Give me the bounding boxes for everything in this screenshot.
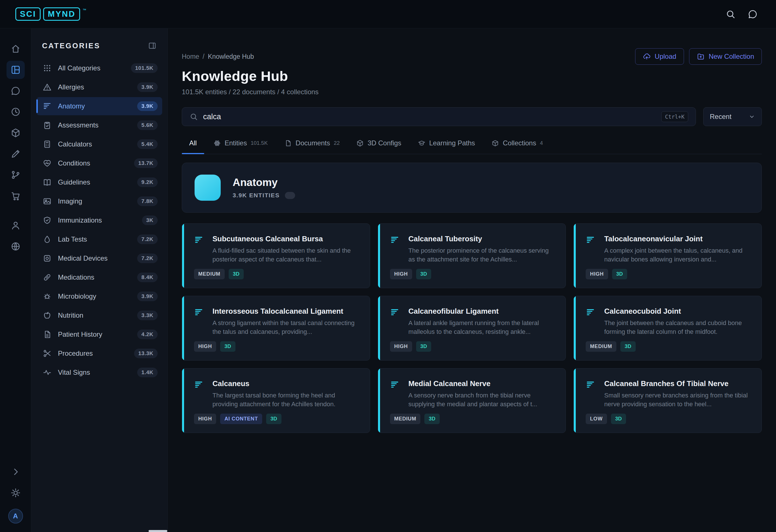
pathways-nav-button[interactable] bbox=[7, 166, 25, 184]
sidebar-item-label: Medical Devices bbox=[58, 254, 108, 262]
entity-card[interactable]: Medial Calcaneal Nerve A sensory nerve b… bbox=[378, 368, 566, 433]
sidebar-item-imaging[interactable]: Imaging 7.8K bbox=[36, 192, 162, 210]
entity-card[interactable]: Interosseous Talocalcaneal Ligament A st… bbox=[182, 296, 370, 360]
sidebar-item-all-categories[interactable]: All Categories 101.5K bbox=[36, 59, 162, 77]
history-nav-button[interactable] bbox=[7, 103, 25, 121]
sidebar-item-lab-tests[interactable]: Lab Tests 7.2K bbox=[36, 230, 162, 248]
tab-count: 4 bbox=[540, 140, 543, 146]
imaging-icon bbox=[43, 197, 52, 206]
tab-entities[interactable]: Entities 101.5K bbox=[206, 139, 275, 154]
sidebar-item-conditions[interactable]: Conditions 13.7K bbox=[36, 154, 162, 172]
sidebar-item-microbiology[interactable]: Microbiology 3.9K bbox=[36, 287, 162, 305]
expand-rail-button[interactable] bbox=[7, 463, 25, 481]
sidebar-item-count: 9.2K bbox=[137, 178, 158, 187]
entity-card[interactable]: Calcaneus The largest tarsal bone formin… bbox=[182, 368, 370, 433]
tab-learning-paths[interactable]: Learning Paths bbox=[410, 139, 482, 154]
card-badges: HIGH 3D bbox=[390, 269, 557, 279]
priority-badge: HIGH bbox=[390, 269, 412, 279]
sidebar-item-anatomy[interactable]: Anatomy 3.9K bbox=[36, 97, 162, 115]
entity-card[interactable]: Talocalcaneonavicular Joint A complex jo… bbox=[573, 223, 762, 288]
entity-card[interactable]: Calcaneocuboid Joint The joint between t… bbox=[573, 296, 762, 360]
profile-nav-button[interactable] bbox=[7, 216, 25, 235]
user-avatar[interactable]: A bbox=[8, 509, 23, 523]
lab-tests-icon bbox=[43, 235, 52, 244]
models-nav-button[interactable] bbox=[7, 124, 25, 142]
pencil-icon bbox=[10, 149, 21, 159]
entity-card[interactable]: Calcaneal Tuberosity The posterior promi… bbox=[378, 223, 566, 288]
entity-title: Subcutaneous Calcaneal Bursa bbox=[212, 235, 361, 243]
entity-card[interactable]: Calcaneofibular Ligament A lateral ankle… bbox=[378, 296, 566, 360]
sidebar-item-count: 5.4K bbox=[137, 140, 158, 149]
tab-documents[interactable]: Documents 22 bbox=[277, 139, 347, 154]
entity-description: A sensory nerve branch from the tibial n… bbox=[408, 391, 557, 409]
anatomy-entity-icon bbox=[194, 235, 203, 245]
tab-collections[interactable]: Collections 4 bbox=[484, 139, 550, 154]
sidebar-item-immunizations[interactable]: Immunizations 3K bbox=[36, 211, 162, 229]
card-badges: HIGH 3D bbox=[586, 269, 752, 279]
banner-toggle-pill[interactable] bbox=[285, 192, 295, 199]
sidebar-item-calculators[interactable]: Calculators 5.4K bbox=[36, 135, 162, 153]
sidebar-item-assessments[interactable]: Assessments 5.6K bbox=[36, 116, 162, 134]
tab-all[interactable]: All bbox=[182, 139, 204, 154]
breadcrumb-home[interactable]: Home bbox=[182, 53, 199, 60]
search-input[interactable] bbox=[203, 112, 656, 121]
sidebar-item-count: 7.2K bbox=[137, 254, 158, 263]
sidebar-item-label: Assessments bbox=[58, 121, 99, 129]
home-nav-button[interactable] bbox=[7, 40, 25, 58]
sidebar-item-procedures[interactable]: Procedures 13.3K bbox=[36, 344, 162, 362]
tab-label: 3D Configs bbox=[368, 139, 401, 147]
sidebar-item-count: 13.3K bbox=[134, 349, 158, 358]
sort-dropdown[interactable]: Recent bbox=[703, 107, 762, 126]
sidebar-item-guidelines[interactable]: Guidelines 9.2K bbox=[36, 173, 162, 191]
sidebar-item-label: Guidelines bbox=[58, 178, 90, 186]
nutrition-icon bbox=[43, 311, 52, 320]
sidebar-item-count: 8.4K bbox=[137, 273, 158, 282]
explore-nav-button[interactable] bbox=[7, 237, 25, 256]
anatomy-entity-icon bbox=[586, 380, 595, 389]
global-search-button[interactable] bbox=[723, 6, 739, 22]
all-categories-icon bbox=[43, 64, 52, 73]
sidebar-item-allergies[interactable]: Allergies 3.9K bbox=[36, 78, 162, 96]
globe-icon bbox=[10, 241, 21, 252]
chat-bubble-icon bbox=[748, 9, 758, 19]
new-collection-button[interactable]: New Collection bbox=[689, 48, 762, 65]
collapse-panel-button[interactable] bbox=[146, 40, 158, 52]
assessments-icon bbox=[43, 120, 52, 130]
sidebar-item-label: Medications bbox=[58, 273, 94, 281]
store-nav-button[interactable] bbox=[7, 187, 25, 205]
sidebar-item-vital-signs[interactable]: Vital Signs 1.4K bbox=[36, 363, 162, 381]
search-icon bbox=[726, 9, 736, 19]
upload-button[interactable]: Upload bbox=[635, 48, 684, 65]
sidebar-item-nutrition[interactable]: Nutrition 3.3K bbox=[36, 306, 162, 324]
sidebar-scrollbar-thumb[interactable] bbox=[149, 530, 167, 532]
card-badges: MEDIUM 3D bbox=[586, 341, 752, 352]
ai-content-badge: AI CONTENT bbox=[220, 414, 262, 424]
chat-icon bbox=[10, 86, 21, 96]
priority-badge: MEDIUM bbox=[194, 269, 225, 279]
cube-icon bbox=[10, 128, 21, 138]
messages-button[interactable] bbox=[745, 6, 761, 22]
sidebar-item-medical-devices[interactable]: Medical Devices 7.2K bbox=[36, 249, 162, 267]
sidebar-item-count: 101.5K bbox=[131, 63, 158, 73]
entity-card[interactable]: Subcutaneous Calcaneal Bursa A fluid-fil… bbox=[182, 223, 370, 288]
chat-nav-button[interactable] bbox=[7, 82, 25, 100]
3d-badge: 3D bbox=[424, 414, 440, 424]
sidebar-item-medications[interactable]: Medications 8.4K bbox=[36, 268, 162, 286]
microbiology-icon bbox=[43, 292, 52, 301]
patient-history-icon bbox=[43, 330, 52, 339]
tab-count: 101.5K bbox=[250, 140, 267, 146]
sidebar-item-patient-history[interactable]: Patient History 4.2K bbox=[36, 325, 162, 343]
sidebar-item-label: Conditions bbox=[58, 159, 90, 167]
sidebar-item-label: Calculators bbox=[58, 140, 92, 148]
tab-3d-configs[interactable]: 3D Configs bbox=[349, 139, 409, 154]
sidebar-item-count: 1.4K bbox=[137, 368, 158, 377]
brand-logo[interactable]: SCI MYND ™ bbox=[15, 7, 86, 21]
entity-card[interactable]: Calcaneal Branches Of Tibial Nerve Small… bbox=[573, 368, 762, 433]
entity-card-grid: Subcutaneous Calcaneal Bursa A fluid-fil… bbox=[182, 223, 762, 433]
edit-nav-button[interactable] bbox=[7, 145, 25, 163]
3d-badge: 3D bbox=[612, 269, 627, 279]
entity-title: Calcaneofibular Ligament bbox=[408, 307, 557, 316]
theme-toggle-button[interactable] bbox=[7, 484, 25, 502]
dashboard-nav-button[interactable] bbox=[7, 61, 25, 79]
entity-description: The posterior prominence of the calcaneu… bbox=[408, 246, 557, 264]
